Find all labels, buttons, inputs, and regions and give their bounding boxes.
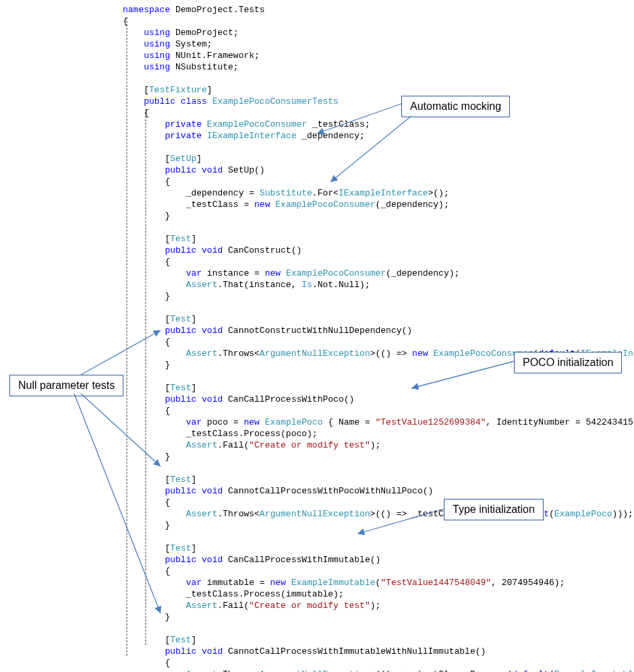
attribute: Test — [170, 383, 191, 393]
keyword: void — [196, 245, 223, 255]
code-line: _dependency = — [186, 188, 260, 198]
keyword: namespace — [123, 5, 170, 15]
callout-type-initialization: Type initialization — [444, 499, 544, 520]
keyword: void — [196, 394, 223, 404]
keyword: void — [196, 326, 223, 336]
type: Assert — [186, 509, 218, 519]
bracket: ] — [196, 154, 202, 164]
code-line: _testClass.Process(poco); — [186, 429, 318, 439]
type: Is — [301, 280, 312, 290]
type: IExampleInterface — [339, 188, 428, 198]
keyword: public — [165, 646, 196, 656]
code-block: namespace DemoProject.Tests { using Demo… — [123, 4, 634, 672]
type: ExamplePocoConsumer — [207, 119, 307, 129]
type: ArgumentNullException — [260, 669, 370, 672]
keyword: new — [412, 348, 428, 359]
text: System; — [170, 39, 212, 49]
keyword: new — [243, 417, 259, 427]
method-name: CannotCallProcessWithImmutableWithNullIm… — [223, 646, 486, 656]
brace: { — [165, 566, 170, 576]
keyword: private — [165, 119, 202, 129]
type: Assert — [186, 601, 218, 611]
bracket: ] — [191, 635, 196, 645]
attribute: Test — [170, 314, 191, 324]
code-line: _testClass = — [186, 200, 254, 210]
method-name: CanCallProcessWithImmutable() — [223, 555, 380, 565]
brace: { — [144, 108, 149, 118]
bracket: [ — [144, 85, 149, 95]
type: ExamplePoco — [554, 509, 612, 519]
bracket: ] — [207, 85, 212, 95]
brace: } — [165, 612, 170, 622]
method-name: CanConstruct() — [223, 245, 301, 255]
type: Substitute — [260, 188, 312, 198]
field: _testClass; — [307, 119, 370, 129]
attribute: Test — [170, 543, 191, 553]
callout-automatic-mocking: Automatic mocking — [401, 96, 510, 117]
callout-null-parameter-tests: Null parameter tests — [9, 375, 123, 396]
keyword: var — [186, 417, 202, 427]
type: IExampleInterface — [207, 131, 297, 141]
keyword: void — [196, 165, 223, 175]
keyword: var — [186, 578, 202, 588]
code-line: _testClass.Process(immutable); — [186, 589, 344, 599]
type: ExamplePocoConsumer — [275, 200, 375, 210]
keyword: public — [165, 486, 196, 496]
brace: { — [165, 257, 170, 267]
text: NSubstitute; — [170, 62, 238, 72]
keyword: public — [165, 555, 196, 565]
brace: } — [165, 360, 170, 370]
brace: } — [165, 452, 170, 462]
type: Assert — [186, 280, 218, 290]
type: Assert — [186, 669, 218, 672]
type: Assert — [186, 348, 218, 359]
keyword: public — [165, 165, 196, 175]
keyword: using — [144, 39, 170, 49]
keyword: public — [165, 245, 196, 255]
type: Assert — [186, 440, 218, 450]
keyword: default — [512, 669, 549, 672]
brace: } — [165, 211, 170, 221]
type: ExampleImmutable — [554, 669, 634, 672]
attribute: SetUp — [170, 154, 196, 164]
keyword: public — [144, 96, 175, 106]
keyword: using — [144, 62, 170, 72]
type: ExamplePoco — [265, 417, 323, 427]
bracket: ] — [191, 234, 196, 244]
keyword: var — [186, 268, 202, 278]
text: DemoProject; — [170, 28, 238, 38]
brace: { — [123, 16, 128, 26]
method-name: CannotCallProcessWithPocoWithNullPoco() — [223, 486, 433, 496]
brace: { — [165, 177, 170, 187]
string-literal: "TestValue1252699384" — [376, 417, 486, 427]
brace: { — [165, 497, 170, 508]
type: ExampleImmutable — [291, 578, 376, 588]
type: ArgumentNullException — [260, 509, 370, 519]
brace: { — [165, 658, 170, 668]
keyword: class — [175, 96, 212, 106]
attribute: Test — [170, 635, 191, 645]
brace: } — [165, 291, 170, 301]
keyword: new — [265, 268, 281, 278]
callout-poco-initialization: POCO initialization — [514, 352, 622, 373]
string-literal: "Create or modify test" — [249, 601, 370, 611]
brace: { — [165, 337, 170, 347]
bracket: ] — [191, 383, 196, 393]
text: NUnit.Framework; — [170, 51, 260, 61]
keyword: public — [165, 326, 196, 336]
attribute: Test — [170, 475, 191, 485]
type: ExamplePocoConsumer — [286, 268, 386, 278]
keyword: using — [144, 51, 170, 61]
keyword: void — [196, 486, 223, 496]
text: DemoProject.Tests — [170, 5, 264, 15]
brace: { — [165, 406, 170, 416]
keyword: using — [144, 28, 170, 38]
keyword: void — [196, 555, 223, 565]
attribute: TestFixture — [149, 85, 207, 95]
keyword: new — [270, 578, 285, 588]
keyword: new — [254, 200, 270, 210]
method-name: SetUp() — [223, 165, 264, 175]
keyword: private — [165, 131, 202, 141]
bracket: ] — [191, 475, 196, 485]
keyword: public — [165, 394, 196, 404]
